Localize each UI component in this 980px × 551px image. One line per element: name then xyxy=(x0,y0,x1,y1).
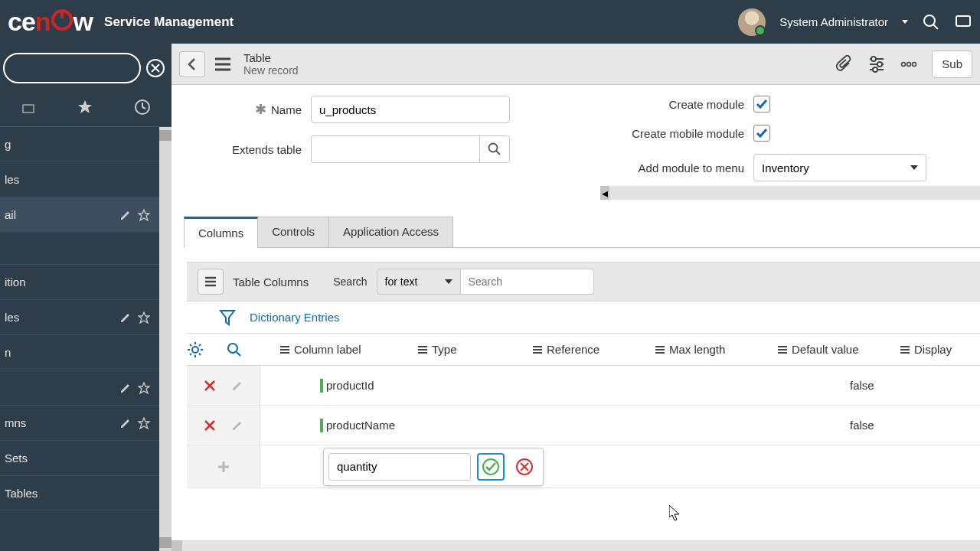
home-icon[interactable] xyxy=(21,99,36,116)
edit-row-icon[interactable] xyxy=(231,380,243,392)
left-nav: g les ail ition les n xyxy=(0,44,172,551)
pencil-icon[interactable] xyxy=(119,311,132,324)
columns-search-input[interactable] xyxy=(461,269,594,295)
th-type[interactable]: Type xyxy=(418,343,533,356)
th-max-length[interactable]: Max length xyxy=(655,343,778,356)
svg-marker-32 xyxy=(220,311,234,324)
th-display[interactable]: Display xyxy=(900,343,962,356)
filter-icon[interactable] xyxy=(219,308,236,327)
list-menu-icon[interactable] xyxy=(198,269,224,295)
svg-marker-7 xyxy=(78,100,92,113)
svg-marker-14 xyxy=(139,418,149,429)
nav-item[interactable]: ition xyxy=(0,265,172,300)
confirm-button[interactable] xyxy=(477,453,505,481)
columns-toolbar: Table Columns Search for text xyxy=(187,262,980,302)
nav-item[interactable]: Tables xyxy=(0,476,172,511)
required-icon: ✱ xyxy=(255,102,266,117)
edit-row-icon[interactable] xyxy=(231,419,243,432)
dictionary-entries-link[interactable]: Dictionary Entries xyxy=(250,311,340,324)
add-row-button[interactable] xyxy=(187,445,260,487)
cell-display[interactable]: false xyxy=(850,419,874,432)
nav-filter-input[interactable] xyxy=(3,53,141,83)
record-type-label: Table xyxy=(243,51,299,64)
star-icon[interactable] xyxy=(77,99,93,116)
cell-display[interactable]: false xyxy=(850,379,874,392)
name-input[interactable] xyxy=(311,96,510,123)
chat-icon[interactable] xyxy=(954,13,972,31)
svg-point-19 xyxy=(871,57,876,61)
svg-line-28 xyxy=(496,151,500,155)
nav-item[interactable]: g xyxy=(0,127,172,162)
tabs: Columns Controls Application Access xyxy=(172,217,980,248)
gear-icon[interactable] xyxy=(187,341,227,358)
search-icon[interactable] xyxy=(922,13,940,31)
avatar[interactable] xyxy=(738,8,766,36)
delete-row-icon[interactable] xyxy=(204,380,216,392)
horizontal-scrollbar[interactable]: ◂ xyxy=(600,186,980,200)
pencil-icon[interactable] xyxy=(119,417,132,429)
tab-controls[interactable]: Controls xyxy=(258,217,329,248)
svg-line-43 xyxy=(237,352,240,356)
add-menu-label: Add module to menu xyxy=(591,161,744,174)
name-label: Name xyxy=(271,103,302,116)
create-module-checkbox[interactable] xyxy=(753,96,770,112)
star-outline-icon[interactable] xyxy=(138,382,150,394)
pencil-icon[interactable] xyxy=(119,382,132,394)
chevron-down-icon xyxy=(445,279,452,284)
nav-item[interactable]: Sets xyxy=(0,441,172,476)
user-name[interactable]: System Administrator xyxy=(779,15,888,28)
main-horizontal-scrollbar[interactable] xyxy=(172,540,980,551)
submit-button[interactable]: Sub xyxy=(932,51,972,78)
nav-item[interactable]: n xyxy=(0,335,172,370)
context-menu-icon[interactable] xyxy=(213,56,233,73)
nav-scrollbar[interactable] xyxy=(159,127,172,551)
star-outline-icon[interactable] xyxy=(138,311,150,324)
tab-columns[interactable]: Columns xyxy=(184,217,258,248)
cell-column-label[interactable]: productName xyxy=(326,419,395,432)
th-reference[interactable]: Reference xyxy=(533,343,655,356)
star-outline-icon[interactable] xyxy=(138,417,150,429)
nav-item[interactable]: mns xyxy=(0,406,172,441)
cell-column-label[interactable]: productId xyxy=(326,379,374,392)
svg-point-23 xyxy=(873,67,877,72)
nav-item[interactable]: les xyxy=(0,162,172,197)
svg-line-38 xyxy=(190,344,191,346)
lookup-button[interactable] xyxy=(479,135,510,163)
more-icon[interactable] xyxy=(900,55,918,73)
cancel-button[interactable] xyxy=(511,453,538,481)
svg-marker-13 xyxy=(139,383,149,393)
search-label: Search xyxy=(333,276,367,288)
add-menu-select[interactable]: Inventory xyxy=(753,154,926,181)
svg-point-26 xyxy=(913,62,916,66)
logo: cenw xyxy=(8,7,93,37)
nav-item[interactable] xyxy=(0,370,172,406)
main-content: Table New record Sub ✱Name Extends table xyxy=(172,44,980,551)
settings-icon[interactable] xyxy=(867,55,886,73)
extends-table-input[interactable] xyxy=(311,135,479,163)
record-toolbar: Table New record Sub xyxy=(172,44,980,85)
pencil-icon[interactable] xyxy=(119,209,132,221)
nav-item[interactable]: ail xyxy=(0,197,172,233)
nav-item[interactable] xyxy=(0,233,172,265)
new-column-input[interactable] xyxy=(328,453,471,481)
delete-row-icon[interactable] xyxy=(204,419,216,432)
search-mode-select[interactable]: for text xyxy=(377,269,461,295)
svg-rect-6 xyxy=(23,105,34,112)
search-column-icon[interactable] xyxy=(227,342,280,357)
attachment-icon[interactable] xyxy=(835,55,854,73)
history-icon[interactable] xyxy=(134,99,151,116)
svg-line-1 xyxy=(933,24,938,29)
clear-filter-icon[interactable] xyxy=(145,58,165,78)
chevron-down-icon[interactable] xyxy=(902,20,908,24)
th-column-label[interactable]: Column label xyxy=(280,343,418,356)
nav-item[interactable]: les xyxy=(0,300,172,335)
svg-point-24 xyxy=(902,62,906,66)
tab-app-access[interactable]: Application Access xyxy=(329,217,453,248)
star-outline-icon[interactable] xyxy=(138,209,150,221)
th-default-value[interactable]: Default value xyxy=(778,343,900,356)
record-status-label: New record xyxy=(243,64,299,77)
create-mobile-checkbox[interactable] xyxy=(753,125,770,142)
svg-point-27 xyxy=(489,144,498,152)
back-button[interactable] xyxy=(179,51,205,77)
svg-marker-12 xyxy=(139,312,149,323)
